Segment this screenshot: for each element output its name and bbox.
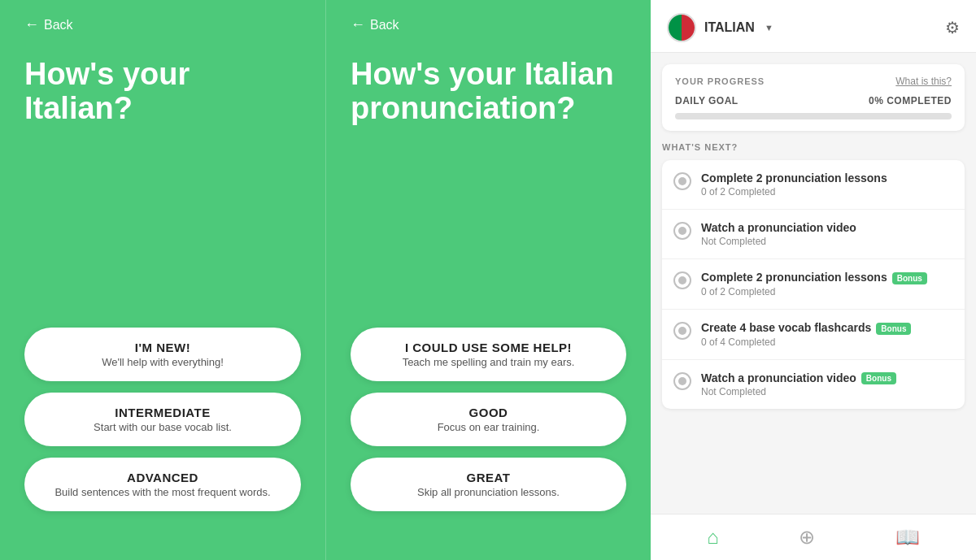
choice-good[interactable]: GOOD Focus on ear training.	[351, 393, 626, 446]
task-check-3	[673, 271, 691, 289]
task-item: Complete 2 pronunciation lessons 0 of 2 …	[662, 160, 965, 210]
progress-bar-background	[675, 113, 952, 119]
task-check-1	[673, 172, 691, 190]
task-content-5: Watch a pronunciation videoBonus Not Com…	[701, 371, 953, 398]
whats-next-section: WHAT'S NEXT? Complete 2 pronunciation le…	[662, 142, 965, 409]
italy-flag	[667, 13, 696, 42]
panel-progress: ITALIAN ▼ ⚙ YOUR PROGRESS What is this? …	[651, 0, 976, 560]
back-label-1: Back	[44, 18, 73, 33]
back-button-1[interactable]: ← Back	[24, 16, 301, 33]
task-check-inner-3	[678, 276, 686, 284]
language-name: ITALIAN	[704, 20, 755, 35]
choice-new[interactable]: I'M NEW! We'll help with everything!	[24, 328, 301, 381]
panel1-title: How's your Italian?	[24, 58, 301, 295]
progress-card: YOUR PROGRESS What is this? DAILY GOAL 0…	[662, 64, 965, 131]
choice-advanced-title: ADVANCED	[41, 471, 285, 484]
task-title-3: Complete 2 pronunciation lessonsBonus	[701, 271, 953, 284]
choice-good-subtitle: Focus on ear training.	[367, 421, 610, 433]
task-subtitle-3: 0 of 2 Completed	[701, 286, 953, 297]
task-check-inner-1	[678, 177, 686, 185]
dropdown-arrow-icon: ▼	[765, 23, 773, 33]
language-selector[interactable]: ITALIAN ▼	[667, 13, 773, 42]
task-item: Watch a pronunciation videoBonus Not Com…	[662, 360, 965, 410]
choice-advanced-subtitle: Build sentences with the most frequent w…	[41, 486, 285, 498]
choice-great-subtitle: Skip all pronunciation lessons.	[367, 486, 610, 498]
choice-new-subtitle: We'll help with everything!	[41, 356, 285, 368]
task-check-inner-2	[678, 227, 686, 235]
book-icon[interactable]: 📖	[895, 526, 920, 549]
bottom-nav: ⌂ ⊕ 📖	[651, 514, 976, 560]
panel-italian-level: ← Back How's your Italian? I'M NEW! We'l…	[0, 0, 325, 560]
task-title-2: Watch a pronunciation video	[701, 221, 953, 234]
progress-section-header: YOUR PROGRESS What is this?	[675, 76, 952, 87]
choice-new-title: I'M NEW!	[41, 341, 285, 354]
task-content-3: Complete 2 pronunciation lessonsBonus 0 …	[701, 271, 953, 297]
panel2-choices: I COULD USE SOME HELP! Teach me spelling…	[351, 328, 626, 511]
task-subtitle-2: Not Completed	[701, 236, 953, 247]
task-content-1: Complete 2 pronunciation lessons 0 of 2 …	[701, 171, 953, 198]
task-subtitle-1: 0 of 2 Completed	[701, 186, 953, 198]
what-is-this-link[interactable]: What is this?	[895, 76, 952, 87]
choice-advanced[interactable]: ADVANCED Build sentences with the most f…	[24, 458, 301, 511]
add-icon[interactable]: ⊕	[799, 526, 815, 549]
task-check-5	[673, 372, 691, 390]
progress-header: ITALIAN ▼ ⚙	[651, 0, 976, 53]
back-label-2: Back	[370, 18, 399, 33]
task-title-1: Complete 2 pronunciation lessons	[701, 171, 953, 184]
panel-pronunciation-level: ← Back How's your Italian pronunciation?…	[325, 0, 651, 560]
daily-goal-label: DAILY GOAL	[675, 95, 739, 106]
task-check-inner-4	[678, 327, 686, 335]
flag-red	[682, 15, 695, 41]
whats-next-label: WHAT'S NEXT?	[662, 142, 965, 152]
your-progress-label: YOUR PROGRESS	[675, 76, 765, 86]
choice-some-help[interactable]: I COULD USE SOME HELP! Teach me spelling…	[351, 328, 626, 381]
task-subtitle-4: 0 of 4 Completed	[701, 336, 953, 348]
back-button-2[interactable]: ← Back	[351, 16, 626, 33]
task-content-2: Watch a pronunciation video Not Complete…	[701, 221, 953, 247]
home-icon[interactable]: ⌂	[707, 526, 719, 549]
back-arrow-icon: ←	[24, 16, 39, 33]
choice-great-title: GREAT	[367, 471, 610, 484]
choice-intermediate-subtitle: Start with our base vocab list.	[41, 421, 285, 433]
settings-icon[interactable]: ⚙	[945, 18, 960, 37]
task-check-2	[673, 222, 691, 240]
task-title-5: Watch a pronunciation videoBonus	[701, 371, 953, 385]
task-item: Watch a pronunciation video Not Complete…	[662, 210, 965, 259]
choice-some-help-title: I COULD USE SOME HELP!	[367, 341, 610, 354]
choice-great[interactable]: GREAT Skip all pronunciation lessons.	[351, 458, 626, 511]
flag-green	[669, 15, 682, 41]
task-item: Complete 2 pronunciation lessonsBonus 0 …	[662, 259, 965, 310]
task-title-4: Create 4 base vocab flashcardsBonus	[701, 321, 953, 335]
daily-goal-row: DAILY GOAL 0% COMPLETED	[675, 95, 952, 106]
panel1-choices: I'M NEW! We'll help with everything! INT…	[24, 328, 301, 511]
task-list: Complete 2 pronunciation lessons 0 of 2 …	[662, 160, 965, 409]
choice-intermediate[interactable]: INTERMEDIATE Start with our base vocab l…	[24, 393, 301, 446]
bonus-badge-3: Bonus	[892, 272, 927, 284]
choice-some-help-subtitle: Teach me spelling and train my ears.	[367, 356, 610, 368]
task-check-4	[673, 322, 691, 340]
bonus-badge-5: Bonus	[861, 372, 896, 384]
choice-intermediate-title: INTERMEDIATE	[41, 406, 285, 419]
task-subtitle-5: Not Completed	[701, 386, 953, 397]
completed-percentage: 0% COMPLETED	[869, 95, 952, 106]
choice-good-title: GOOD	[367, 406, 610, 419]
panel2-title: How's your Italian pronunciation?	[351, 58, 626, 176]
task-check-inner-5	[678, 377, 686, 385]
back-arrow-icon-2: ←	[351, 16, 365, 33]
task-item: Create 4 base vocab flashcardsBonus 0 of…	[662, 310, 965, 360]
bonus-badge-4: Bonus	[876, 323, 911, 335]
task-content-4: Create 4 base vocab flashcardsBonus 0 of…	[701, 321, 953, 348]
